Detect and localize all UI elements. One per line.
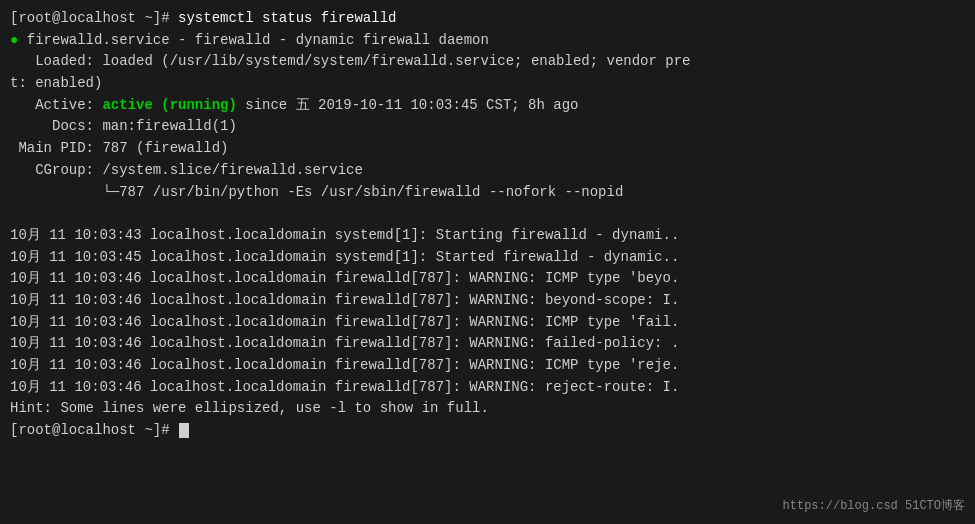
prompt2: [root@localhost ~]# (10, 422, 178, 438)
command-text: systemctl status firewalld (178, 10, 396, 26)
cursor-block (179, 423, 189, 438)
log-line-1: 10月 11 10:03:45 localhost.localdomain sy… (10, 247, 965, 269)
loaded-line2: t: enabled) (10, 73, 965, 95)
loaded-line: Loaded: loaded (/usr/lib/systemd/system/… (10, 51, 965, 73)
active-label: Active: (10, 97, 102, 113)
terminal-window: [root@localhost ~]# systemctl status fir… (0, 0, 975, 524)
service-title: firewalld.service - firewalld - dynamic … (18, 32, 488, 48)
watermark: https://blog.csd 51CTO博客 (783, 497, 965, 516)
log-line-5: 10月 11 10:03:46 localhost.localdomain fi… (10, 333, 965, 355)
log-line-4: 10月 11 10:03:46 localhost.localdomain fi… (10, 312, 965, 334)
service-header-line: ● firewalld.service - firewalld - dynami… (10, 30, 965, 52)
log-line-2: 10月 11 10:03:46 localhost.localdomain fi… (10, 268, 965, 290)
docs-line: Docs: man:firewalld(1) (10, 116, 965, 138)
empty-line (10, 203, 965, 225)
active-rest: since 五 2019-10-11 10:03:45 CST; 8h ago (237, 97, 579, 113)
cgroup-line: CGroup: /system.slice/firewalld.service (10, 160, 965, 182)
hint-line: Hint: Some lines were ellipsized, use -l… (10, 398, 965, 420)
log-line-3: 10月 11 10:03:46 localhost.localdomain fi… (10, 290, 965, 312)
active-line: Active: active (running) since 五 2019-10… (10, 95, 965, 117)
prompt1: [root@localhost ~]# (10, 10, 178, 26)
log-line-7: 10月 11 10:03:46 localhost.localdomain fi… (10, 377, 965, 399)
log-line-6: 10月 11 10:03:46 localhost.localdomain fi… (10, 355, 965, 377)
cgroup-sub-line: └─787 /usr/bin/python -Es /usr/sbin/fire… (10, 182, 965, 204)
active-running: active (running) (102, 97, 236, 113)
log-lines-container: 10月 11 10:03:43 localhost.localdomain sy… (10, 225, 965, 399)
prompt2-line: [root@localhost ~]# (10, 420, 965, 442)
pid-line: Main PID: 787 (firewalld) (10, 138, 965, 160)
log-line-0: 10月 11 10:03:43 localhost.localdomain sy… (10, 225, 965, 247)
command-line: [root@localhost ~]# systemctl status fir… (10, 8, 965, 30)
